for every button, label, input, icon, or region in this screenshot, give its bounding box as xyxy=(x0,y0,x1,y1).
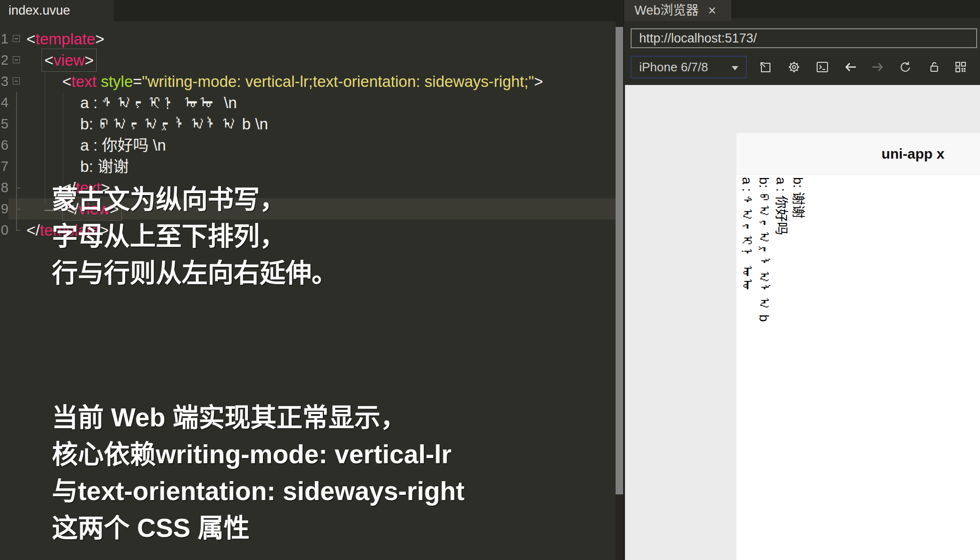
code-line[interactable]: 7b: 谢谢 xyxy=(0,156,616,177)
line-number: 8 xyxy=(0,177,8,198)
line-number: 3 xyxy=(0,71,8,92)
subtitle-line: 字母从上至下排列， xyxy=(52,218,338,255)
fold-guide xyxy=(8,113,26,135)
editor-tab-label: index.uvue xyxy=(8,3,70,17)
line-number: 4 xyxy=(0,92,8,113)
settings-button[interactable] xyxy=(787,60,801,74)
subtitle-line: 这两个 CSS 属性 xyxy=(52,509,465,546)
forward-button[interactable] xyxy=(870,60,885,74)
terminal-icon xyxy=(815,60,829,74)
web-browser-panel: Web浏览器 × http://localhost:5173/ iPhone 6… xyxy=(623,0,980,560)
detach-window-icon xyxy=(758,60,772,74)
vertical-text-line: b: ᠪᠠᠶᠠᠷᠯᠠᠯ᠎ᠠ b xyxy=(755,177,772,322)
code-editor-pane: index.uvue 1<template>2<view>3<text styl… xyxy=(0,0,616,560)
fold-guide xyxy=(8,92,26,113)
subtitle-line: 当前 Web 端实现其正常显示， xyxy=(52,399,465,436)
code-text: <text style="writing-mode: vertical-lr;t… xyxy=(26,71,616,92)
subtitle-line: 与text-orientation: sideways-right xyxy=(52,473,465,509)
detach-window-button[interactable] xyxy=(758,60,772,74)
code-text: b: 谢谢 xyxy=(26,156,616,177)
fold-guide xyxy=(8,198,26,220)
subtitle-block-1: 蒙古文为纵向书写， 字母从上至下排列， 行与行则从左向右延伸。 xyxy=(52,181,338,291)
code-line[interactable]: 1<template> xyxy=(0,28,616,50)
splitter-top-fill xyxy=(616,0,623,27)
refresh-icon xyxy=(898,60,912,74)
browser-tab-strip-empty xyxy=(731,0,980,18)
editor-tab-index-uvue[interactable]: index.uvue xyxy=(0,0,114,21)
vertical-text-line: a : 你好吗 xyxy=(772,177,789,235)
forward-arrow-icon xyxy=(870,60,885,74)
close-icon[interactable]: × xyxy=(708,0,716,21)
line-number: 9 xyxy=(0,198,8,220)
code-text: b: ᠪᠠᠶᠠᠷᠯᠠᠯ᠎ᠠ b \n xyxy=(26,113,616,135)
fold-collapse-icon[interactable] xyxy=(8,28,26,50)
qr-code-icon xyxy=(954,60,968,74)
refresh-button[interactable] xyxy=(898,60,912,74)
url-text: http://localhost:5173/ xyxy=(639,31,757,45)
fold-collapse-icon[interactable] xyxy=(8,71,26,92)
vertical-text-line: b: 谢谢 xyxy=(789,177,806,218)
page-title: uni-app x xyxy=(881,133,944,175)
dropdown-caret-icon xyxy=(732,66,738,70)
device-selector[interactable]: iPhone 6/7/8 xyxy=(631,56,747,78)
line-number: 7 xyxy=(0,156,8,177)
url-input[interactable]: http://localhost:5173/ xyxy=(631,28,977,48)
matching-tag-box: <view> xyxy=(44,51,94,69)
browser-content-area: uni-app x a : ᠰᠠᠶᠢᠨ ᠤᠤ b: ᠪᠠᠶᠠᠷᠯᠠᠯ᠎ᠠ b a… xyxy=(625,85,980,560)
back-button[interactable] xyxy=(844,60,858,74)
line-number: 1 xyxy=(0,28,8,50)
code-text: a : ᠰᠠᠶᠢᠨ ᠤᠤ \n xyxy=(26,92,616,113)
fold-guide xyxy=(8,156,26,177)
code-text: <view> xyxy=(26,50,616,71)
back-arrow-icon xyxy=(844,60,858,74)
line-number: 2 xyxy=(0,50,8,71)
unlock-button[interactable] xyxy=(927,60,941,74)
line-number: 0 xyxy=(0,220,8,241)
subtitle-line: 核心依赖writing-mode: vertical-lr xyxy=(52,436,465,473)
code-line[interactable]: 4a : ᠰᠠᠶᠢᠨ ᠤᠤ \n xyxy=(0,92,616,113)
fold-guide xyxy=(8,220,26,241)
page-header: uni-app x xyxy=(736,133,980,175)
fold-collapse-icon[interactable] xyxy=(8,50,26,71)
indent-guide xyxy=(45,72,45,205)
browser-tab[interactable]: Web浏览器 × xyxy=(624,0,731,21)
code-line[interactable]: 6a : 你好吗 \n xyxy=(0,135,616,156)
code-line[interactable]: 5b: ᠪᠠᠶᠠᠷᠯᠠᠯ᠎ᠠ b \n xyxy=(0,113,616,135)
browser-tab-label: Web浏览器 xyxy=(634,0,699,21)
subtitle-line: 行与行则从左向右延伸。 xyxy=(52,255,338,291)
device-selector-value: iPhone 6/7/8 xyxy=(639,60,708,74)
hbuilderx-window: index.uvue 1<template>2<view>3<text styl… xyxy=(0,0,980,560)
subtitle-block-2: 当前 Web 端实现其正常显示， 核心依赖writing-mode: verti… xyxy=(52,399,465,546)
unlock-icon xyxy=(927,60,941,74)
code-line[interactable]: 3<text style="writing-mode: vertical-lr;… xyxy=(0,71,616,92)
line-number: 6 xyxy=(0,135,8,156)
fold-guide xyxy=(8,177,26,198)
fold-guide xyxy=(8,135,26,156)
indent-guide xyxy=(63,93,63,184)
subtitle-line: 蒙古文为纵向书写， xyxy=(52,181,338,218)
console-button[interactable] xyxy=(815,60,829,74)
pane-splitter[interactable] xyxy=(616,27,623,494)
vertical-text-line: a : ᠰᠠᠶᠢᠨ ᠤᠤ xyxy=(738,177,755,292)
gear-icon xyxy=(787,60,801,74)
code-line[interactable]: 2<view> xyxy=(0,50,616,71)
code-text: <template> xyxy=(26,28,616,50)
code-text: a : 你好吗 \n xyxy=(26,135,616,156)
line-number: 5 xyxy=(0,113,8,135)
qr-code-button[interactable] xyxy=(954,60,968,74)
device-viewport[interactable]: uni-app x a : ᠰᠠᠶᠢᠨ ᠤᠤ b: ᠪᠠᠶᠠᠷᠯᠠᠯ᠎ᠠ b a… xyxy=(736,133,980,560)
splitter-bottom-fill xyxy=(616,494,623,560)
